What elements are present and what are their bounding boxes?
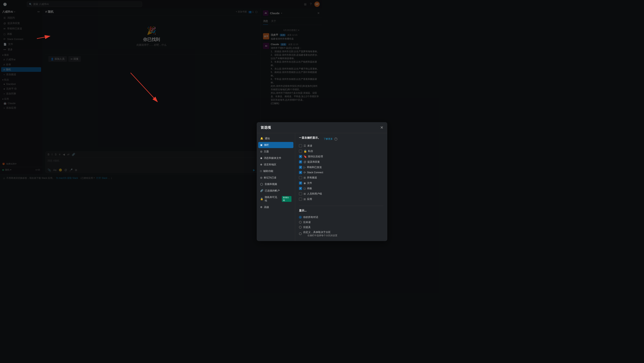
mark-read-icon: ◎ — [260, 176, 262, 179]
nav-label: 标记为已读 — [264, 176, 276, 180]
modal-body: 🔔 通知 ▣ 侧栏 ◎ 主题 ◉ 消息和媒体文件 ⊕ 语言和地区 — [257, 133, 322, 182]
modal-overlay[interactable]: 首选项 ✕ 🔔 通知 ▣ 侧栏 ◎ 主题 ◉ 消息和 — [0, 0, 322, 182]
modal-nav-themes[interactable]: ◎ 主题 — [258, 148, 294, 154]
private-checkbox[interactable] — [299, 150, 302, 153]
modal-nav-accessibility[interactable]: □ 辅助功能 — [258, 168, 294, 174]
unread-label: ☰ 未读 — [304, 144, 312, 148]
slack-connect-label: ⟳ Slack Connect — [304, 171, 322, 174]
checkbox-mentions: @ 提及和回复 — [299, 159, 322, 164]
accessibility-icon: □ — [260, 170, 262, 172]
section-header-row: 一直在侧栏显示。 了解更多 ? — [299, 136, 322, 142]
unread-icon: ☰ — [304, 144, 306, 147]
checkbox-saved: 🔖 留待以后处理 — [299, 154, 322, 159]
modal-content: 一直在侧栏显示。 了解更多 ? ☰ 未读 🔒 私信 — [295, 133, 322, 182]
themes-icon: ◎ — [260, 150, 262, 153]
nav-label: 通知 — [265, 137, 270, 140]
nav-label: 辅助功能 — [263, 170, 273, 173]
drafts-label: ▷ 草稿和已发送 — [304, 166, 322, 169]
checkbox-slack-connect: ⟳ Slack Connect — [299, 170, 322, 175]
modal-nav-media[interactable]: ◉ 消息和媒体文件 — [258, 155, 294, 161]
nav-label: 主题 — [264, 150, 269, 153]
mentions-label: @ 提及和回复 — [304, 160, 320, 164]
files-checkbox[interactable] — [299, 182, 302, 182]
mentions-icon2: @ — [304, 160, 306, 164]
nav-label: 侧栏 — [264, 143, 269, 147]
checkbox-unread: ☰ 未读 — [299, 143, 322, 148]
all-channels-icon: ⊞ — [304, 176, 306, 179]
files-label: ◉ 文件 — [304, 181, 312, 182]
sidebar-nav-icon: ▣ — [260, 144, 262, 146]
modal-nav: 🔔 通知 ▣ 侧栏 ◎ 主题 ◉ 消息和媒体文件 ⊕ 语言和地区 — [257, 133, 295, 182]
slack-connect-icon2: ⟳ — [304, 171, 306, 174]
slack-connect-checkbox[interactable] — [299, 171, 302, 174]
saved-label: 🔖 留待以后处理 — [304, 155, 322, 158]
nav-label: 语言和地区 — [264, 163, 276, 166]
files-icon2: ◉ — [304, 182, 306, 182]
checkbox-files: ◉ 文件 — [299, 180, 322, 182]
saved-checkbox[interactable] — [299, 155, 302, 158]
section-title: 一直在侧栏显示。 — [299, 136, 320, 140]
modal-nav-language[interactable]: ⊕ 语言和地区 — [258, 162, 294, 168]
private-icon: 🔒 — [304, 150, 307, 153]
drafts-checkbox[interactable] — [299, 166, 302, 169]
preferences-modal: 首选项 ✕ 🔔 通知 ▣ 侧栏 ◎ 主题 ◉ 消息和 — [257, 122, 322, 182]
all-channels-checkbox[interactable] — [299, 176, 302, 179]
modal-nav-audio[interactable]: ◯ 音频和视频 — [258, 181, 294, 182]
modal-header: 首选项 ✕ — [257, 122, 322, 133]
private-label: 🔒 私信 — [304, 150, 313, 153]
modal-nav-sidebar[interactable]: ▣ 侧栏 — [258, 142, 294, 148]
modal-title: 首选项 — [260, 125, 271, 130]
media-icon: ◉ — [260, 156, 262, 160]
modal-nav-mark-read[interactable]: ◎ 标记为已读 — [258, 174, 294, 181]
drafts-icon2: ▷ — [304, 166, 306, 169]
checkbox-drafts: ▷ 草稿和已发送 — [299, 164, 322, 170]
nav-label: 消息和媒体文件 — [264, 156, 281, 160]
all-channels-label: ⊞ 所有频道 — [304, 176, 317, 180]
notifications-icon: 🔔 — [260, 137, 263, 140]
saved-icon: 🔖 — [304, 155, 307, 158]
checkbox-all-channels: ⊞ 所有频道 — [299, 175, 322, 180]
unread-checkbox[interactable] — [299, 144, 302, 147]
modal-nav-notifications[interactable]: 🔔 通知 — [258, 136, 294, 142]
mentions-checkbox[interactable] — [299, 160, 302, 164]
language-icon: ⊕ — [260, 163, 262, 166]
checkbox-private: 🔒 私信 — [299, 148, 322, 154]
